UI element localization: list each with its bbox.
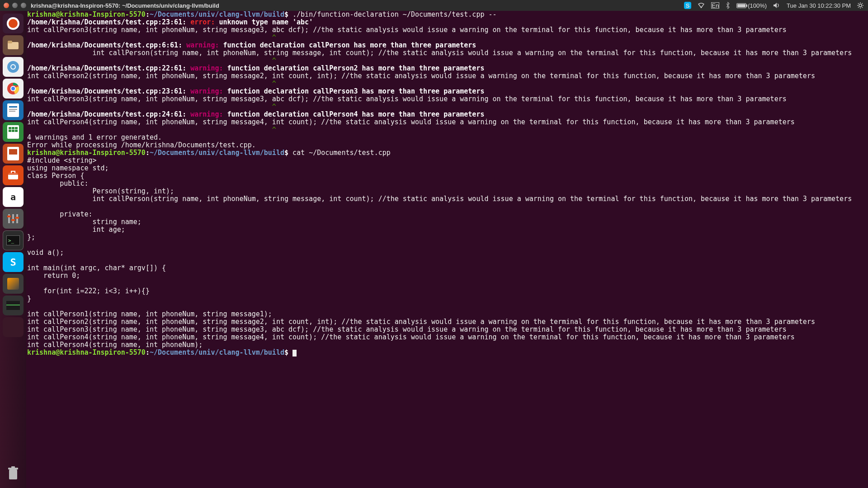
files-icon[interactable] (3, 35, 24, 55)
svg-rect-25 (15, 127, 18, 129)
battery-icon (736, 3, 746, 8)
diag-caret: ^ (27, 103, 276, 111)
svg-point-0 (701, 7, 702, 8)
libreoffice-calc-icon[interactable] (3, 122, 24, 142)
source-line: private: (27, 210, 93, 218)
close-button[interactable] (4, 3, 9, 8)
libreoffice-writer-icon[interactable] (3, 100, 24, 120)
diag-code-line: int callPerson3(string name, int phoneNu… (27, 26, 787, 34)
source-line: int callPerson4(string name, int phoneNu… (27, 333, 795, 341)
diag-location: /home/krishna/Documents/test.cpp:23:61: (27, 87, 190, 95)
sound-icon[interactable] (773, 2, 780, 9)
diag-code-line: int callPerson3(string name, int phoneNu… (27, 95, 787, 103)
chrome-icon[interactable] (3, 79, 24, 99)
diag-caret: ^ (27, 126, 276, 134)
warning-keyword: warning: (190, 87, 227, 95)
source-line: public: (27, 179, 88, 188)
diag-caret: ^ (27, 33, 276, 42)
svg-rect-21 (9, 111, 15, 112)
diag-caret: ^ (27, 80, 276, 88)
top-menubar: krishna@krishna-Inspiron-5570: ~/Documen… (0, 0, 868, 11)
source-line: for(int i=222; i<3; i++){} (27, 287, 150, 295)
svg-rect-18 (7, 103, 19, 117)
sublime-text-icon[interactable] (3, 274, 24, 294)
diag-code-line: int callPerson2(string name, int phoneNu… (27, 72, 815, 80)
svg-line-7 (862, 7, 863, 8)
trash-icon[interactable] (3, 464, 24, 483)
settings-icon[interactable] (3, 209, 24, 229)
session-gear-icon[interactable] (857, 2, 863, 9)
workspace-switcher-icon[interactable] (3, 317, 24, 337)
skype-indicator-icon[interactable]: S (684, 2, 691, 9)
warning-keyword: warning: (190, 64, 227, 72)
libreoffice-impress-icon[interactable] (3, 144, 24, 164)
diag-message: function declaration callPerson4 has mor… (227, 110, 485, 118)
bluetooth-icon[interactable] (726, 2, 730, 9)
skype-app-icon[interactable]: S (3, 252, 24, 272)
svg-rect-26 (9, 130, 11, 132)
svg-line-9 (862, 3, 863, 4)
summary-line: 4 warnings and 1 error generated. (27, 133, 162, 141)
keyboard-layout-icon[interactable]: En (711, 2, 719, 9)
diag-code-line: int callPerson4(string name, int phoneNu… (27, 118, 795, 126)
svg-rect-35 (7, 216, 11, 217)
source-line: using namespace std; (27, 164, 109, 172)
amazon-icon[interactable]: a (3, 187, 24, 207)
svg-rect-19 (9, 106, 17, 108)
terminal-icon[interactable]: >_ (3, 230, 24, 250)
prompt-cwd: ~/Documents/univ/clang-llvm/build (150, 149, 284, 157)
source-line: }; (27, 233, 35, 241)
source-line: class Person { (27, 172, 84, 180)
diag-location: /home/krishna/Documents/test.cpp:23:61: (27, 18, 190, 26)
prompt-cwd: ~/Documents/univ/clang-llvm/build (150, 11, 284, 19)
svg-point-17 (11, 87, 15, 90)
diag-message: function declaration callPerson2 has mor… (227, 64, 485, 72)
network-wifi-icon[interactable] (698, 2, 705, 9)
svg-rect-33 (12, 214, 14, 223)
diag-message: unknown type name 'abc' (219, 18, 313, 26)
clock[interactable]: Tue Jan 30 10:22:30 PM (787, 2, 851, 9)
svg-rect-24 (12, 127, 14, 129)
command-1: ./bin/function-declaration ~/Documents/t… (288, 11, 497, 19)
maximize-button[interactable] (21, 3, 26, 8)
source-line: string name; (27, 218, 142, 226)
unity-launcher: a >_ S (0, 11, 26, 488)
diag-caret: ^ (27, 56, 276, 65)
dash-icon[interactable] (3, 14, 24, 33)
prompt-user-host: krishna@krishna-Inspiron-5570 (27, 149, 146, 157)
system-monitor-icon[interactable] (3, 296, 24, 315)
source-line: void a(); (27, 249, 64, 257)
svg-line-6 (858, 3, 859, 4)
svg-rect-36 (11, 219, 15, 221)
source-line: int callPerson(string name, int phoneNum… (27, 195, 852, 203)
svg-point-1 (859, 4, 862, 7)
prompt-cwd: ~/Documents/univ/clang-llvm/build (150, 348, 284, 357)
source-line: int age; (27, 225, 125, 234)
svg-rect-30 (9, 149, 17, 155)
battery-indicator[interactable]: (100%) (736, 2, 767, 9)
minimize-button[interactable] (12, 3, 18, 8)
terminal-viewport[interactable]: krishna@krishna-Inspiron-5570:~/Document… (26, 11, 868, 488)
source-line: int callPerson2(string name, int phoneNu… (27, 318, 815, 326)
svg-line-8 (858, 7, 859, 8)
diag-location: /home/krishna/Documents/test.cpp:6:61: (27, 41, 186, 49)
system-indicators: S En (100%) Tue Jan 30 10:22:30 PM (684, 2, 868, 9)
svg-point-14 (11, 65, 15, 69)
chromium-icon[interactable] (3, 57, 24, 77)
diag-code-line: int callPerson(string name, int phoneNum… (27, 49, 852, 57)
prompt-user-host: krishna@krishna-Inspiron-5570 (27, 11, 146, 19)
command-2: cat ~/Documents/test.cpp (288, 149, 391, 157)
window-title: krishna@krishna-Inspiron-5570: ~/Documen… (31, 2, 219, 9)
diag-message: function declaration callPerson3 has mor… (227, 87, 485, 95)
source-line: } (27, 295, 31, 303)
source-line: return 0; (27, 272, 80, 280)
warning-keyword: warning: (190, 110, 227, 118)
diag-location: /home/krishna/Documents/test.cpp:24:61: (27, 110, 190, 118)
source-line: Person(string, int); (27, 187, 174, 195)
warning-keyword: warning: (186, 41, 223, 49)
ubuntu-software-icon[interactable] (3, 165, 24, 185)
terminal-cursor (292, 350, 297, 357)
source-line: int main(int argc, char* argv[]) { (27, 264, 166, 272)
source-line: #include <string> (27, 156, 97, 164)
window-controls (0, 3, 26, 8)
